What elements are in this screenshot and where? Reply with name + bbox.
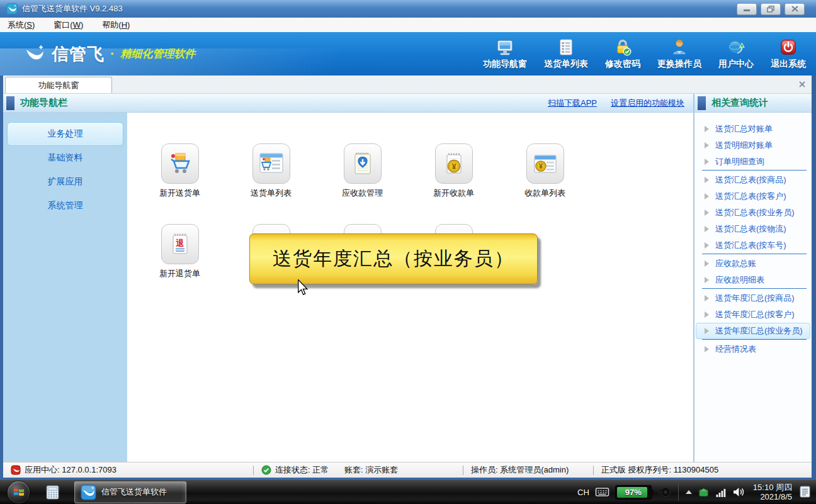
system-tray: CH 97% 15:10 周四 2021/8/5: [577, 483, 812, 501]
clock-date: 2021/8/5: [753, 492, 792, 501]
status-app-center-text: 应用中心: 127.0.0.1:7093: [25, 464, 116, 476]
stats-panel-header: 相关查询统计: [693, 94, 812, 113]
triangle-icon: [705, 328, 709, 334]
stats-item-label: 送货明细对账单: [715, 140, 773, 151]
switch-operator-button[interactable]: 更换操作员: [657, 38, 701, 70]
stats-item[interactable]: 订单明细查询: [696, 154, 810, 170]
status-app-center: 应用中心: 127.0.0.1:7093: [3, 464, 253, 476]
header-link[interactable]: 扫描下载APP: [548, 98, 597, 109]
stats-item[interactable]: 送货汇总表(按商品): [696, 172, 810, 188]
stats-item[interactable]: 送货汇总表(按客户): [696, 188, 810, 204]
nav-window-button[interactable]: 功能导航窗: [483, 38, 527, 70]
stats-item[interactable]: 送货汇总表(按业务员): [696, 204, 810, 221]
triangle-icon: [705, 142, 709, 148]
sidebar-item[interactable]: 扩展应用: [7, 170, 123, 194]
taskbar-app-button[interactable]: 信管飞送货单软件: [74, 481, 186, 503]
toolbar-button-label: 修改密码: [605, 59, 640, 70]
receipt-list-icon: ¥: [532, 150, 558, 177]
stats-item-label: 送货年度汇总(按业务员): [715, 325, 803, 337]
tile-label: 收款单列表: [524, 188, 565, 199]
stats-item[interactable]: 送货汇总对账单: [696, 121, 810, 137]
triangle-icon: [705, 260, 709, 267]
header-links: 扫描下载APP设置启用的功能模块: [548, 98, 684, 109]
sidebar-item[interactable]: 基础资料: [7, 146, 123, 170]
stats-item[interactable]: 送货年度汇总(按商品): [696, 290, 810, 306]
triangle-icon: [705, 295, 709, 301]
stats-item-label: 送货汇总表(按客户): [715, 191, 786, 202]
svg-text:退: 退: [175, 238, 184, 248]
tile-delivery-list[interactable]: 送货单列表: [225, 143, 317, 199]
stats-item[interactable]: 送货年度汇总(按业务员): [696, 323, 810, 339]
status-account-text: 账套: 演示账套: [344, 464, 398, 476]
menu-item[interactable]: 窗口(W): [54, 20, 83, 31]
minimize-button[interactable]: [737, 3, 757, 15]
battery-percent: 97%: [625, 488, 642, 497]
main-panel: 新开送货单 送货单列表 应收款管理 ¥ 新开收款单 ¥ 收款单列表: [127, 113, 693, 462]
sidebar-nav: 业务处理 基础资料 扩展应用 系统管理: [3, 113, 127, 462]
tray-app-icon[interactable]: [698, 486, 710, 498]
title-bar: 信管飞送货单软件 V9.2.483: [0, 0, 816, 18]
brand-swoosh-icon: [23, 42, 47, 66]
triangle-icon: [705, 311, 709, 318]
tray-expand-icon[interactable]: [686, 490, 692, 494]
app-icon: [81, 484, 96, 500]
speaker-icon[interactable]: [732, 486, 745, 498]
sidebar-item[interactable]: 业务处理: [7, 122, 123, 146]
brand-separator: ·: [110, 46, 115, 62]
tray-clock[interactable]: 15:10 周四 2021/8/5: [753, 483, 792, 501]
triangle-icon: [705, 242, 709, 249]
tile-receivables[interactable]: 应收款管理: [317, 143, 408, 199]
stats-item[interactable]: 应收款总账: [696, 255, 810, 272]
battery-indicator[interactable]: 97%: [615, 485, 652, 500]
sidebar-item-label: 基础资料: [48, 152, 83, 164]
status-license-text: 正式版 授权序列号: 1130904505: [601, 464, 718, 476]
restore-button[interactable]: [761, 3, 781, 15]
power-plug-icon[interactable]: [657, 485, 671, 499]
sidebar-item[interactable]: 系统管理: [7, 194, 123, 218]
stats-item-label: 应收款明细表: [715, 274, 764, 286]
tile-new-delivery[interactable]: 新开送货单: [134, 143, 225, 199]
globe-icon: [727, 38, 745, 57]
stats-item-label: 送货汇总表(按物流): [715, 223, 786, 235]
nav-header-title: 功能导航栏: [20, 97, 67, 109]
header-link[interactable]: 设置启用的功能模块: [611, 98, 684, 109]
delivery-list-button[interactable]: 送货单列表: [544, 38, 588, 70]
tab-nav-window[interactable]: 功能导航窗: [5, 77, 112, 93]
close-button[interactable]: [785, 3, 805, 15]
calculator-shortcut[interactable]: [45, 484, 60, 500]
stats-item[interactable]: 送货汇总表(按车号): [696, 237, 810, 254]
toolbar-button-label: 更换操作员: [657, 59, 701, 70]
cart-list-icon: [258, 150, 285, 177]
tile-new-return[interactable]: 退 新开退货单: [134, 224, 225, 279]
change-password-button[interactable]: 修改密码: [605, 38, 640, 70]
stats-item[interactable]: 送货明细对账单: [696, 137, 810, 154]
menu-item[interactable]: 帮助(H): [102, 20, 130, 31]
toolbar-buttons: 功能导航窗 送货单列表 修改密码 更换操作员 用户中心 退出系统: [483, 38, 806, 70]
menu-item[interactable]: 系统(S): [8, 20, 35, 31]
status-license: 正式版 授权序列号: 1130904505: [594, 464, 726, 476]
notification-panel-icon[interactable]: [798, 484, 812, 500]
stats-item[interactable]: 送货汇总表(按物流): [696, 221, 810, 237]
keyboard-icon[interactable]: [595, 486, 609, 498]
exit-system-button[interactable]: 退出系统: [771, 38, 806, 70]
tile-receipt-list[interactable]: ¥ 收款单列表: [499, 143, 591, 199]
stats-item-label: 送货汇总表(按商品): [715, 174, 786, 186]
tile-new-receipt[interactable]: ¥ 新开收款单: [408, 143, 499, 199]
tile-label: 新开送货单: [159, 188, 200, 199]
network-signal-icon[interactable]: [715, 486, 727, 498]
check-icon: [261, 465, 271, 475]
content-area: 业务处理 基础资料 扩展应用 系统管理 新开送货单 送货单列表: [3, 113, 812, 462]
start-button[interactable]: [8, 481, 30, 503]
user-center-button[interactable]: 用户中心: [718, 38, 754, 70]
menu-mnemonic: S: [26, 20, 32, 30]
tab-close-icon[interactable]: [798, 81, 806, 88]
stats-item[interactable]: 送货年度汇总(按客户): [696, 306, 810, 323]
ime-indicator[interactable]: CH: [577, 488, 589, 497]
stats-item[interactable]: 经营情况表: [696, 341, 810, 357]
tile-label: 新开收款单: [433, 188, 474, 199]
triangle-icon: [705, 277, 709, 283]
stats-item[interactable]: 应收款明细表: [696, 272, 810, 288]
sidebar-item-label: 业务处理: [48, 128, 83, 140]
status-connection-text: 连接状态: 正常: [275, 464, 329, 476]
toolbar-button-label: 送货单列表: [544, 59, 588, 70]
